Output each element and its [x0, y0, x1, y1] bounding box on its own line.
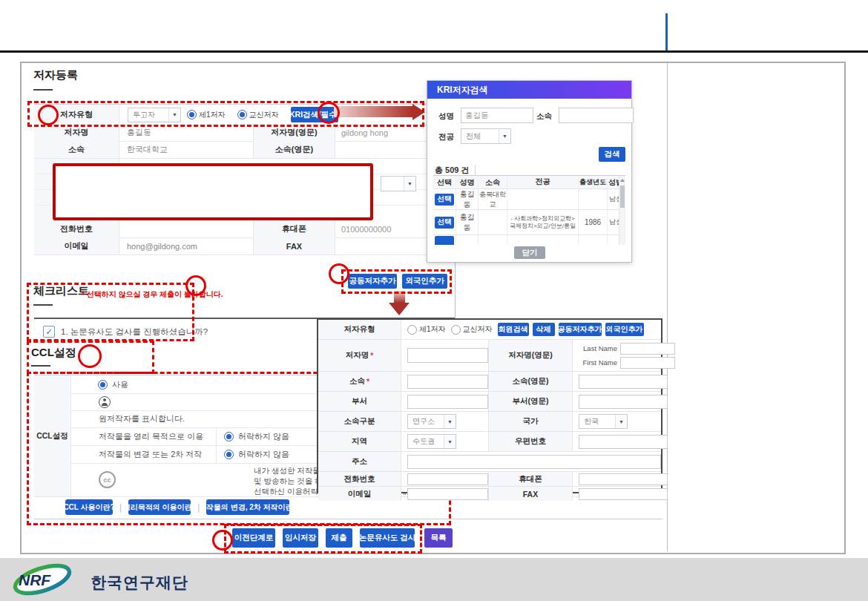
scrollbar[interactable] — [619, 176, 625, 245]
kri-name-input[interactable]: 홍길동 — [461, 108, 533, 123]
similarity-check-button[interactable]: 논문유사도 검사 — [360, 528, 415, 548]
top-blue-divider — [665, 13, 668, 50]
ccl-help-button-1[interactable]: CCL 사용이란? — [65, 499, 113, 515]
add-coauthor-button[interactable]: 공동저자추가 — [559, 323, 602, 336]
mobile-label: 휴대폰 — [254, 220, 335, 237]
ccl-title: CCL설정 — [31, 346, 76, 360]
checkbox-checked-icon[interactable] — [43, 326, 55, 338]
radio-dot-icon — [451, 325, 461, 335]
page-title: 저자등록 — [33, 68, 78, 82]
chevron-down-icon — [404, 177, 415, 191]
kri-results-table: 선택 성명 소속 전공 출생년도 성별 선택 홍길동 충북대학교 남성 선택 홍… — [433, 175, 625, 245]
delete-author-button[interactable]: 삭제 — [533, 323, 555, 336]
ccl-help-button-2[interactable]: 영리목적의 이용이란? — [128, 499, 191, 515]
kri-major-select[interactable]: 전체 — [461, 128, 511, 144]
email-row: 이메일 hong@gildong.com FAX — [34, 237, 455, 255]
name-value[interactable]: 홍길동 — [119, 124, 254, 141]
close-popup-button[interactable]: 닫기 — [514, 246, 545, 259]
coauthor-address-row: 주소 — [318, 452, 661, 472]
scrollbar-thumb[interactable] — [620, 185, 625, 208]
affiliation-en-label: 소속(영문) — [254, 141, 335, 158]
cc-by-icon — [99, 396, 111, 408]
add-foreigner-button[interactable]: 외국인추가 — [402, 274, 447, 289]
coauthor-name-row: 저자명* 저자명(영문) Last Name First Name — [318, 340, 661, 372]
ccl-help-buttons: CCL 사용이란? | 영리목적의 이용이란? | 저작물의 변경, 2차 저작… — [65, 499, 289, 515]
name-en-label: 저자명(영문) — [254, 124, 335, 141]
svg-text:NRF: NRF — [19, 571, 51, 588]
kri-affiliation-label: 소속 — [536, 111, 552, 122]
coauthor-affiliation-input[interactable] — [407, 375, 488, 389]
hidden-row-select[interactable] — [381, 176, 416, 191]
checklist-title: 체크리스트 — [33, 284, 89, 298]
ccl-use-radio[interactable]: 사용 — [70, 379, 128, 390]
phone-row: 전화번호 휴대폰 01000000000 — [34, 220, 455, 238]
radio-dot-icon — [98, 380, 108, 390]
country-select[interactable]: 한국 — [579, 414, 628, 429]
coauthor-email-input[interactable] — [407, 488, 488, 500]
arrow-to-overlay — [394, 291, 405, 303]
email-value[interactable]: hong@gildong.com — [119, 237, 254, 254]
submit-button[interactable]: 제출 — [326, 528, 352, 548]
coauthor-dept-row: 부서 부서(영문) — [318, 392, 661, 412]
kri-result-row-partial — [433, 235, 625, 245]
last-name-input[interactable] — [620, 343, 675, 355]
arrow-to-popup — [334, 106, 412, 117]
kri-search-popup: KRI저자검색 성명 홍길동 소속 전공 전체 검색 총 509 건 선택 성명… — [427, 80, 632, 263]
kri-result-row: 선택 홍길동 - 사회과학>정치외교학> 국제정치>외교/안보/통일 1986 … — [433, 210, 625, 235]
ccl-help-button-3[interactable]: 저작물의 변경, 2차 저작이란? — [206, 499, 289, 515]
kri-result-row: 선택 홍길동 충북대학교 남성 — [433, 189, 625, 210]
coauthor-affiliation-en-input[interactable] — [579, 375, 668, 389]
popup-title: KRI저자검색 — [427, 81, 631, 99]
add-coauthor-button[interactable]: 공동저자추가 — [348, 274, 397, 289]
coauthor-fax-input[interactable] — [579, 488, 668, 500]
first-name-field: First Name — [579, 357, 675, 369]
affiliation-value[interactable]: 한국대학교 — [119, 141, 254, 158]
kri-table-header: 선택 성명 소속 전공 출생년도 성별 — [433, 176, 625, 189]
first-name-input[interactable] — [620, 357, 675, 369]
phone-label: 전화번호 — [34, 220, 119, 237]
radio-corresponding-author[interactable]: 교신저자 — [237, 110, 285, 120]
chevron-down-icon — [615, 415, 627, 428]
coauthor-region-row: 지역 수도권 우편번호 — [318, 432, 661, 452]
coauthor-dept-input[interactable] — [407, 395, 488, 409]
select-result-button[interactable]: 선택 — [435, 194, 454, 206]
affiliation-label: 소속 — [34, 141, 119, 158]
add-foreigner-button[interactable]: 외국인추가 — [605, 323, 644, 336]
phone-value[interactable] — [119, 220, 254, 237]
kri-search-button[interactable]: KRI검색(필수) — [291, 107, 338, 122]
coauthor-dept-en-input[interactable] — [579, 395, 668, 409]
ccl-derivative-radio[interactable]: 허락하지 않음 — [217, 449, 289, 460]
chevron-down-icon — [444, 435, 456, 448]
radio-first-author[interactable]: 제1저자 — [187, 110, 231, 120]
radio-dot-icon — [224, 450, 234, 459]
list-button[interactable]: 목록 — [424, 528, 453, 548]
address-input[interactable] — [407, 455, 661, 469]
checklist-item: 1. 논문유사도 검사를 진행하셨습니까? — [43, 326, 208, 338]
radio-dot-icon — [224, 432, 234, 441]
name-label: 저자명 — [34, 124, 119, 141]
ccl-commercial-radio[interactable]: 허락하지 않음 — [217, 431, 289, 442]
author-type-select[interactable]: 투고자 — [128, 108, 181, 122]
kri-affiliation-input[interactable] — [559, 108, 634, 123]
zip-input[interactable] — [579, 435, 668, 449]
kri-search-submit-button[interactable]: 검색 — [599, 147, 625, 162]
coauthor-mobile-input[interactable] — [579, 473, 668, 485]
affiliation-type-select[interactable]: 연구소 — [407, 414, 456, 429]
region-select[interactable]: 수도권 — [407, 434, 456, 449]
last-name-field: Last Name — [579, 343, 675, 355]
radio-dot-icon — [407, 325, 417, 335]
coauthor-form-overlay: 저자유형 제1저자 교신저자 회원검색 삭제 공동저자추가 외국인추가 저자명*… — [317, 318, 662, 493]
kri-major-label: 전공 — [438, 132, 454, 142]
select-result-button[interactable]: 선택 — [435, 217, 454, 229]
previous-step-button[interactable]: 이전단계로 — [232, 528, 275, 548]
slide-page: 저자등록 저자유형 투고자 제1저자 교신저자 KRI검색(필수) 저자명 홍길… — [0, 0, 868, 601]
chevron-down-icon — [499, 129, 510, 143]
coauthor-phone-input[interactable] — [407, 473, 488, 485]
radio-corresponding-author[interactable]: 교신저자 — [451, 324, 494, 335]
checklist-underline — [33, 304, 53, 306]
radio-first-author[interactable]: 제1저자 — [407, 324, 447, 335]
member-search-button[interactable]: 회원검색 — [498, 323, 529, 336]
select-result-button[interactable] — [435, 236, 454, 245]
coauthor-name-input[interactable] — [407, 348, 488, 363]
temp-save-button[interactable]: 임시저장 — [283, 528, 318, 548]
